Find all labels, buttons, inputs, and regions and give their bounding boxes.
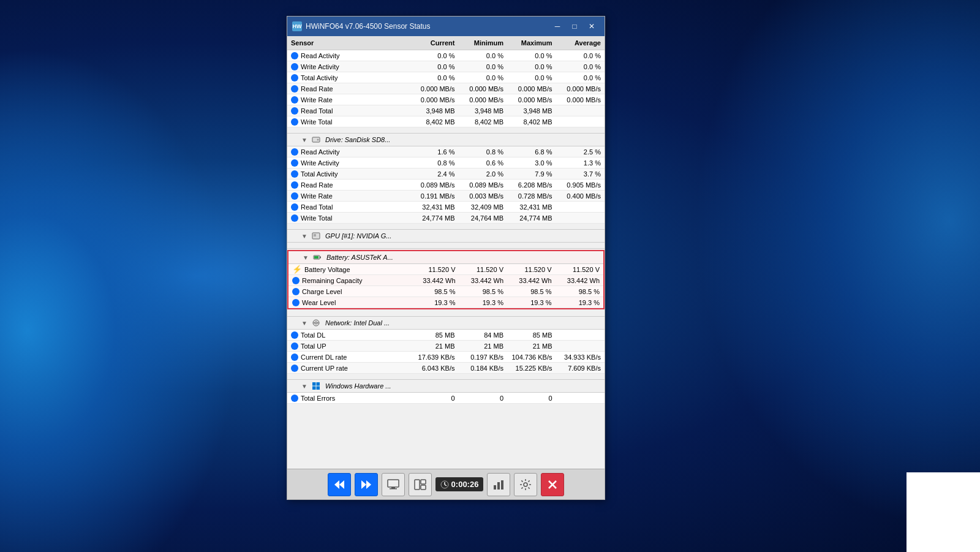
val-minimum: 0.197 KB/s <box>459 352 508 362</box>
svg-rect-21 <box>421 480 426 484</box>
val-current: 8,402 MB <box>410 116 459 127</box>
sensor-name: Write Activity <box>287 61 410 72</box>
layout-button[interactable] <box>409 473 432 496</box>
gpu-label: GPU [#1]: NVIDIA G... <box>325 232 391 240</box>
val-current: 2.4 % <box>410 168 459 179</box>
val-minimum: 32,409 MB <box>459 202 508 212</box>
val-current: 98.5 % <box>411 286 459 297</box>
table-row: Wear Level 19.3 % 19.3 % 19.3 % 19.3 % <box>288 297 603 308</box>
battery-label: Battery: ASUSTeK A... <box>326 254 393 261</box>
table-body[interactable]: Read Activity 0.0 % 0.0 % 0.0 % 0.0 % Wr… <box>287 50 605 469</box>
val-current: 0.191 MB/s <box>410 191 459 201</box>
collapse-icon[interactable]: ▼ <box>300 135 309 145</box>
val-average: 3.7 % <box>556 168 605 179</box>
collapse-icon[interactable]: ▼ <box>300 381 309 391</box>
table-row: Write Rate 0.191 MB/s 0.003 MB/s 0.728 M… <box>287 191 605 202</box>
bottom-toolbar: 0:00:26 <box>287 469 605 499</box>
table-row: Remaining Capacity 33.442 Wh 33.442 Wh 3… <box>288 275 603 286</box>
skip-button[interactable] <box>355 473 378 496</box>
val-maximum: 6.208 MB/s <box>507 180 556 190</box>
val-average: 0.905 MB/s <box>556 180 605 190</box>
section-label-battery: ▼ Battery: ASUSTeK A... <box>288 251 603 263</box>
sensor-name: Remaining Capacity <box>288 275 411 285</box>
svg-rect-18 <box>391 487 395 488</box>
table-row: Total DL 85 MB 84 MB 85 MB <box>287 330 605 341</box>
skip-icon <box>361 480 372 490</box>
col-current: Current <box>410 38 459 48</box>
svg-rect-17 <box>388 480 399 487</box>
svg-rect-11 <box>312 387 316 390</box>
network-icon <box>312 319 320 327</box>
val-current: 0.089 MB/s <box>410 180 459 190</box>
val-minimum: 19.3 % <box>459 297 508 308</box>
table-row: Write Activity 0.8 % 0.6 % 3.0 % 1.3 % <box>287 157 605 168</box>
val-maximum: 0.000 MB/s <box>507 94 556 105</box>
col-average: Average <box>556 38 605 48</box>
val-average <box>556 116 605 127</box>
gpu-icon <box>312 232 320 240</box>
monitor-icon <box>387 479 399 490</box>
collapse-icon[interactable]: ▼ <box>300 318 309 328</box>
col-minimum: Minimum <box>459 38 508 48</box>
settings-icon <box>519 478 532 491</box>
white-box <box>907 472 980 552</box>
section-label-network: ▼ Network: Intel Dual ... <box>287 317 605 329</box>
val-minimum: 8,402 MB <box>459 116 508 127</box>
desktop-swirl-right <box>674 0 980 552</box>
val-average: 11.520 V <box>556 264 604 274</box>
section-spacer <box>287 374 605 380</box>
val-minimum: 98.5 % <box>459 286 508 297</box>
svg-rect-12 <box>317 387 320 390</box>
val-current: 0.0 % <box>410 50 459 61</box>
minimize-button[interactable]: ─ <box>549 20 565 32</box>
collapse-icon[interactable]: ▼ <box>300 231 309 241</box>
val-maximum: 32,431 MB <box>507 202 556 212</box>
table-row: Read Activity 1.6 % 0.8 % 6.8 % 2.5 % <box>287 146 605 157</box>
sensor-name: Current UP rate <box>287 363 410 373</box>
chart-button[interactable] <box>487 473 510 496</box>
windows-icon <box>312 382 320 390</box>
timer-display: 0:00:26 <box>435 477 484 491</box>
hdd-icon <box>312 135 320 144</box>
val-current: 17.639 KB/s <box>410 352 459 362</box>
sensor-name: Write Activity <box>287 157 410 168</box>
val-maximum: 3,948 MB <box>507 105 556 116</box>
val-minimum: 24,764 MB <box>459 213 508 223</box>
svg-marker-16 <box>366 480 371 489</box>
val-minimum: 0.8 % <box>459 146 508 157</box>
svg-rect-6 <box>314 256 318 259</box>
table-row: Current UP rate 6.043 KB/s 0.184 KB/s 15… <box>287 363 605 374</box>
val-average: 0.400 MB/s <box>556 191 605 201</box>
sensor-name: Read Total <box>287 202 410 212</box>
close-button[interactable]: ✕ <box>584 20 600 32</box>
val-maximum: 24,774 MB <box>507 213 556 223</box>
val-current: 33.442 Wh <box>411 275 459 285</box>
maximize-button[interactable]: □ <box>567 20 582 32</box>
sensor-name: Total DL <box>287 330 410 340</box>
val-maximum: 0.0 % <box>507 61 556 72</box>
sensor-name: Total UP <box>287 341 410 351</box>
section-header-gpu: ▼ GPU [#1]: NVIDIA G... <box>287 230 605 243</box>
val-average <box>556 213 605 223</box>
section-spacer <box>287 243 605 249</box>
col-sensor: Sensor <box>287 38 410 48</box>
val-minimum: 2.0 % <box>459 168 508 179</box>
val-minimum: 0 <box>459 393 508 403</box>
desktop-swirl-left <box>0 0 276 552</box>
sensor-name: Read Rate <box>287 83 410 94</box>
collapse-icon[interactable]: ▼ <box>301 252 311 262</box>
table-row: Total UP 21 MB 21 MB 21 MB <box>287 341 605 352</box>
val-minimum: 0.0 % <box>459 50 508 61</box>
hwinfo-window: HW HWiNFO64 v7.06-4500 Sensor Status ─ □… <box>287 16 605 500</box>
table-row: Write Rate 0.000 MB/s 0.000 MB/s 0.000 M… <box>287 94 605 105</box>
settings-button[interactable] <box>514 473 537 496</box>
sensor-name: Total Activity <box>287 72 410 83</box>
svg-rect-3 <box>314 234 316 236</box>
monitor-button[interactable] <box>382 473 405 496</box>
val-maximum: 0 <box>507 393 556 403</box>
battery-icon <box>313 253 322 262</box>
close-toolbar-button[interactable] <box>541 473 564 496</box>
back-button[interactable] <box>328 473 351 496</box>
sensor-name: Read Rate <box>287 180 410 190</box>
title-bar: HW HWiNFO64 v7.06-4500 Sensor Status ─ □… <box>287 17 605 36</box>
